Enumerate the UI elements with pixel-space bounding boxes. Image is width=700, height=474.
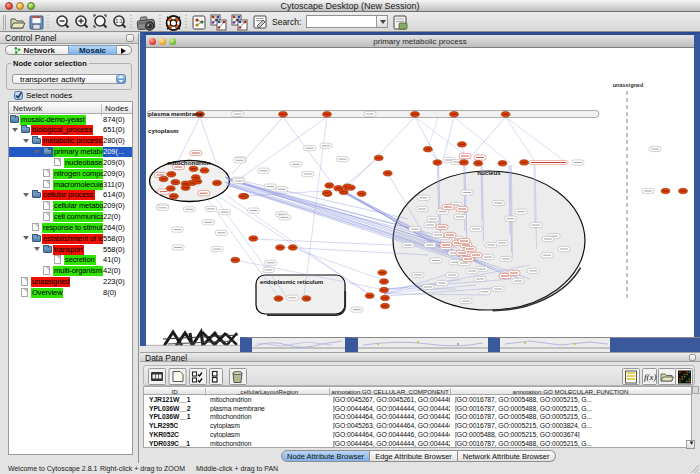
svg-text:plasma membrane: plasma membrane bbox=[148, 110, 203, 117]
svg-text:1:1: 1:1 bbox=[115, 18, 123, 24]
svg-text:f(x): f(x) bbox=[644, 372, 657, 382]
svg-text:nucleus: nucleus bbox=[477, 169, 501, 176]
svg-text:unassigned: unassigned bbox=[613, 82, 644, 88]
svg-text:mitochondrion: mitochondrion bbox=[167, 159, 211, 166]
svg-text:endoplasmic reticulum: endoplasmic reticulum bbox=[260, 279, 323, 285]
svg-text:cytoplasm: cytoplasm bbox=[148, 127, 179, 134]
